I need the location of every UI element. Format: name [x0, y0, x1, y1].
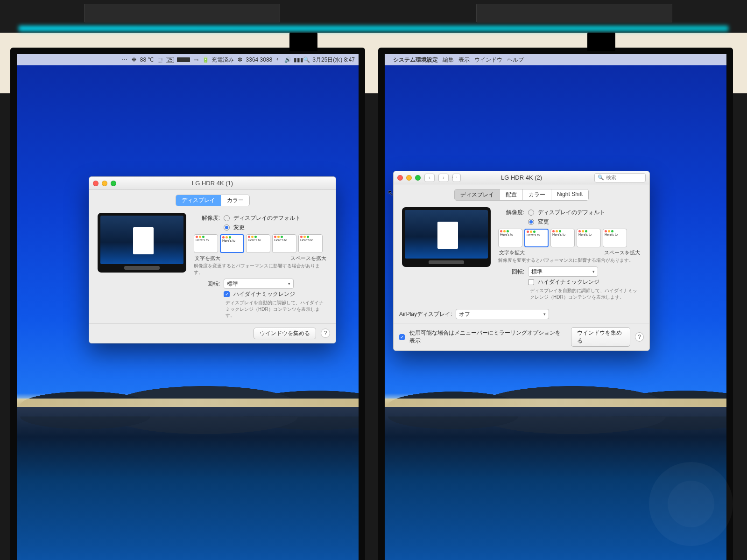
rotation-select-1[interactable]: 標準▾	[224, 279, 294, 289]
menu-extra-icon[interactable]: ⋯	[121, 56, 128, 63]
window-title-1: LG HDR 4K (1)	[89, 180, 336, 187]
monitor-mount-left	[289, 33, 317, 51]
rotation-label: 回転:	[194, 280, 220, 288]
close-icon[interactable]	[93, 181, 99, 186]
shelf-block-left	[84, 4, 280, 22]
led-glow	[19, 26, 728, 31]
rotation-select-2[interactable]: 標準▾	[528, 266, 598, 277]
res-option-2[interactable]: Here's to	[220, 234, 244, 253]
tab-color[interactable]: カラー	[221, 195, 249, 206]
usage-bar-icon[interactable]	[177, 57, 190, 62]
airplay-select[interactable]: オフ▾	[456, 309, 549, 319]
tab-display[interactable]: ディスプレイ	[455, 189, 500, 200]
menu-help[interactable]: ヘルプ	[507, 56, 524, 64]
resolution-label: 解像度:	[498, 209, 524, 217]
net-numbers[interactable]: 3364 3088	[246, 56, 273, 63]
hdr-label-1: ハイダイナミックレンジ	[233, 290, 295, 298]
app-name[interactable]: システム環境設定	[393, 56, 438, 64]
radio-default-label: ディスプレイのデフォルト	[233, 214, 301, 222]
menu-view[interactable]: 表示	[458, 56, 470, 64]
spotlight-icon[interactable]: 🔍	[303, 56, 310, 63]
search-field[interactable]: 🔍検索	[594, 173, 646, 182]
displays-window-2: ‹ › ⋮⋮⋮ LG HDR 4K (2) 🔍検索 ディスプレイ 配置 カラー …	[393, 171, 650, 351]
watermark-logo	[649, 462, 733, 546]
res-option-5[interactable]: Here's to	[603, 229, 627, 247]
radio-scaled[interactable]	[224, 224, 230, 231]
res-option-1[interactable]: Here's to	[194, 234, 218, 253]
hdr-note-2: ディスプレイを自動的に調節して、ハイダイナミックレンジ（HDR）コンテンツを表示…	[530, 287, 641, 300]
display-menu-icon[interactable]: ▭	[193, 56, 199, 63]
minimize-icon[interactable]	[102, 181, 107, 186]
displays-window-1: LG HDR 4K (1) ディスプレイ カラー 解像度: ディスプレイのデフォ…	[89, 176, 336, 343]
radio-scaled-label: 変更	[538, 218, 549, 226]
nav-fwd-button[interactable]: ›	[438, 174, 449, 182]
battery-text[interactable]: 充電済み	[211, 56, 234, 64]
show-all-icon[interactable]: ⋮⋮⋮	[452, 174, 461, 182]
menubar-datetime[interactable]: 3月25日(水) 8:47	[312, 56, 355, 64]
titlebar-1[interactable]: LG HDR 4K (1)	[89, 177, 336, 190]
mirror-label: 使用可能な場合はメニューバーにミラーリングオプションを表示	[409, 329, 562, 345]
res-option-3[interactable]: Here's to	[246, 234, 270, 253]
gather-windows-button-2[interactable]: ウインドウを集める	[571, 327, 630, 347]
gather-windows-button-1[interactable]: ウインドウを集める	[254, 328, 316, 339]
hdr-checkbox-1[interactable]: ✓	[224, 291, 230, 297]
help-button-2[interactable]: ?	[635, 332, 644, 342]
res-option-5[interactable]: Here's to	[298, 234, 323, 253]
tab-night-shift[interactable]: Night Shift	[551, 189, 588, 200]
radio-scaled[interactable]	[528, 219, 534, 225]
resolution-options-1: Here's to Here's to Here's to Here's to …	[194, 234, 327, 253]
cpu-temp[interactable]: 88 ℃	[140, 56, 154, 63]
monitor-left: ⋯ ❋ 88 ℃ ⬚ 25 ▭ 🔋 充電済み ✽ 3364 3088 ᯤ 🔊 ▮…	[10, 48, 365, 560]
traffic-lights	[93, 181, 116, 186]
hdr-checkbox-2[interactable]	[528, 279, 534, 285]
tab-arrangement[interactable]: 配置	[500, 189, 523, 200]
airplay-label: AirPlayディスプレイ:	[399, 310, 452, 318]
radio-default[interactable]	[528, 210, 534, 216]
tab-display[interactable]: ディスプレイ	[176, 195, 221, 206]
help-button-1[interactable]: ?	[321, 329, 330, 338]
dropbox-icon[interactable]: ⬚	[156, 56, 163, 63]
traffic-lights	[397, 175, 421, 181]
hdr-label-2: ハイダイナミックレンジ	[538, 278, 599, 286]
calendar-icon[interactable]: 25	[166, 57, 174, 63]
res-option-1[interactable]: Here's to	[498, 229, 522, 247]
perf-note-2: 解像度を変更するとパフォーマンスに影響する場合があります。	[498, 257, 641, 264]
zoom-icon[interactable]	[111, 181, 116, 186]
radio-default[interactable]	[224, 215, 230, 221]
res-option-4[interactable]: Here's to	[577, 229, 601, 247]
resolution-options-2: Here's to Here's to Here's to Here's to …	[498, 229, 641, 247]
hdr-note-1: ディスプレイを自動的に調節して、ハイダイナミックレンジ（HDR）コンテンツを表示…	[226, 300, 327, 319]
res-option-4[interactable]: Here's to	[272, 234, 296, 253]
res-option-2[interactable]: Here's to	[524, 229, 549, 247]
shelf-block-right	[476, 4, 672, 22]
display-preview-1	[98, 213, 186, 273]
close-icon[interactable]	[397, 175, 403, 181]
zoom-icon[interactable]	[415, 175, 421, 181]
mirror-checkbox[interactable]: ✓	[399, 334, 405, 340]
wallpaper-horizon	[385, 399, 726, 407]
volume-icon[interactable]: 🔊	[284, 56, 291, 63]
tab-bar-2: ディスプレイ 配置 カラー Night Shift	[394, 184, 649, 204]
scale-right-caption: スペースを拡大	[604, 249, 640, 256]
wallpaper-reflection	[385, 416, 726, 437]
rotation-label: 回転:	[498, 268, 524, 276]
menu-window[interactable]: ウインドウ	[474, 56, 502, 64]
radio-scaled-label: 変更	[233, 224, 245, 231]
tab-color[interactable]: カラー	[523, 189, 551, 200]
menu-edit[interactable]: 編集	[443, 56, 454, 64]
perf-note-1: 解像度を変更するとパフォーマンスに影響する場合があります。	[194, 263, 327, 276]
desktop-left: ⋯ ❋ 88 ℃ ⬚ 25 ▭ 🔋 充電済み ✽ 3364 3088 ᯤ 🔊 ▮…	[17, 54, 359, 560]
minimize-icon[interactable]	[406, 175, 412, 181]
signal-icon[interactable]: ▮▮▮	[294, 56, 300, 63]
display-preview-2	[402, 207, 491, 267]
monitor-mount-right	[587, 33, 615, 51]
nav-back-button[interactable]: ‹	[424, 174, 435, 182]
titlebar-2[interactable]: ‹ › ⋮⋮⋮ LG HDR 4K (2) 🔍検索	[394, 171, 649, 184]
wifi-icon[interactable]: ᯤ	[275, 56, 282, 63]
wallpaper-reflection	[17, 416, 359, 437]
res-option-3[interactable]: Here's to	[550, 229, 575, 247]
desk-shelf	[0, 0, 747, 33]
battery-icon[interactable]: 🔋	[202, 56, 209, 63]
fan-icon[interactable]: ❋	[131, 56, 137, 63]
istatus-icon[interactable]: ✽	[237, 56, 243, 63]
